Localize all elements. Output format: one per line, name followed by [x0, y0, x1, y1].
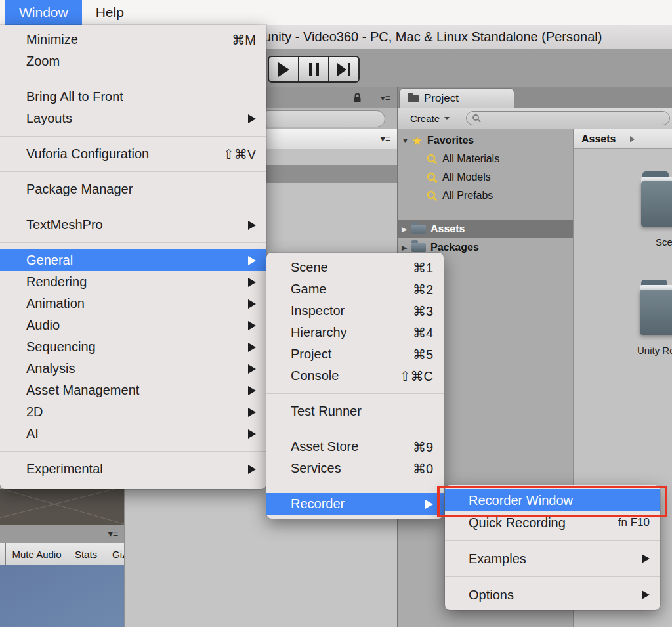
breadcrumb-label[interactable]: Assets: [581, 133, 616, 145]
play-button[interactable]: [269, 57, 298, 81]
menu-item-sequencing[interactable]: Sequencing: [0, 336, 266, 358]
menu-item-label: AI: [26, 426, 232, 441]
macos-menu-bar: Window Help: [0, 0, 672, 25]
toolbar-button-partial[interactable]: [0, 543, 5, 565]
panel-menu-icon[interactable]: ▾≡: [108, 529, 118, 538]
submenu-arrow-icon: [248, 221, 256, 230]
menu-item-analysis[interactable]: Analysis: [0, 358, 266, 379]
folder-scenes[interactable]: [641, 171, 672, 227]
menu-item-textmeshpro[interactable]: TextMeshPro: [0, 214, 266, 236]
menu-item-label: Sequencing: [26, 339, 232, 355]
menu-item-label: Analysis: [26, 361, 232, 376]
tree-item-assets[interactable]: ▶ Assets: [398, 220, 573, 238]
panel-menu-icon[interactable]: ▾≡: [381, 134, 390, 143]
menu-item-asset-store[interactable]: Asset Store⌘9: [266, 436, 444, 458]
menu-item-label: Options: [469, 588, 626, 603]
menu-item-hierarchy[interactable]: Hierarchy⌘4: [266, 322, 444, 343]
pause-icon: [309, 63, 319, 76]
menu-item-2d[interactable]: 2D: [0, 401, 266, 423]
menu-item-rendering[interactable]: Rendering: [0, 271, 266, 293]
stats-button[interactable]: Stats: [68, 543, 104, 565]
menu-item-layouts[interactable]: Layouts: [0, 108, 266, 129]
menu-item-label: TextMeshPro: [26, 217, 232, 232]
menu-item-label: Rendering: [26, 274, 232, 290]
collapse-triangle-icon[interactable]: ▼: [402, 137, 411, 144]
hierarchy-header-bar: ▾≡: [266, 129, 397, 150]
menu-item-recorder[interactable]: Recorder: [266, 493, 444, 515]
step-icon: [337, 63, 350, 76]
menu-item-label: Project: [291, 347, 397, 362]
project-tab-label: Project: [424, 92, 459, 105]
folder-icon: [411, 243, 426, 252]
menu-item-audio[interactable]: Audio: [0, 314, 266, 336]
menu-item-scene[interactable]: Scene⌘1: [266, 257, 444, 278]
expand-triangle-icon[interactable]: ▶: [402, 225, 411, 234]
menu-item-shortcut: ⌘9: [413, 439, 433, 455]
gizmos-button[interactable]: Gizmos: [104, 543, 124, 565]
menu-item-zoom[interactable]: Zoom: [0, 51, 266, 72]
menu-item-shortcut: ⌘3: [413, 303, 433, 319]
mute-audio-button[interactable]: Mute Audio: [6, 543, 68, 565]
game-view-toolbar: Mute Audio Stats Gizmos: [0, 543, 124, 565]
menu-item-shortcut: ⌘4: [413, 325, 433, 341]
submenu-arrow-icon: [248, 364, 256, 374]
game-view[interactable]: [0, 565, 124, 627]
menu-item-project[interactable]: Project⌘5: [266, 343, 444, 365]
menu-item-services[interactable]: Services⌘0: [266, 458, 444, 479]
menu-item-label: Test Runner: [291, 404, 433, 419]
menu-separator: [266, 393, 444, 394]
hierarchy-search-input[interactable]: [259, 110, 385, 127]
folder-icon: [408, 95, 419, 102]
tree-item-all-materials[interactable]: All Materials: [398, 150, 573, 168]
folder-unity-recorder[interactable]: [640, 280, 672, 335]
menu-item-vuforia-configuration[interactable]: Vuforia Configuration⇧⌘V: [0, 143, 266, 165]
tree-item-all-models[interactable]: All Models: [398, 168, 573, 186]
menu-item-label: Experimental: [26, 462, 232, 477]
menubar-item-help[interactable]: Help: [82, 0, 138, 25]
chevron-down-icon: [444, 117, 450, 120]
menu-separator: [0, 242, 266, 243]
lock-icon[interactable]: [353, 93, 362, 106]
menu-item-console[interactable]: Console⇧⌘C: [266, 365, 444, 387]
menu-item-asset-management[interactable]: Asset Management: [0, 379, 266, 401]
project-search-input[interactable]: [466, 111, 670, 125]
menu-item-shortcut: ⌘5: [413, 347, 433, 362]
menu-item-label: Zoom: [26, 54, 256, 69]
hierarchy-selected-row[interactable]: [266, 165, 397, 183]
menu-separator: [0, 79, 266, 79]
menu-item-shortcut: ⌘2: [413, 282, 433, 297]
scene-view[interactable]: [0, 489, 124, 525]
tree-item-favorites[interactable]: ▼ ★ Favorites: [398, 131, 573, 150]
menu-item-package-manager[interactable]: Package Manager: [0, 179, 266, 200]
menu-item-bring-all-to-front[interactable]: Bring All to Front: [0, 86, 266, 108]
submenu-arrow-icon: [642, 590, 650, 599]
menu-item-experimental[interactable]: Experimental: [0, 458, 266, 480]
menu-item-examples[interactable]: Examples: [445, 548, 660, 570]
menu-item-animation[interactable]: Animation: [0, 293, 266, 314]
tree-item-all-prefabs[interactable]: All Prefabs: [398, 186, 573, 205]
window-menu-dropdown: Minimize⌘MZoomBring All to FrontLayoutsV…: [0, 25, 266, 489]
menu-item-general[interactable]: General: [0, 249, 266, 271]
pause-button[interactable]: [299, 57, 328, 81]
menubar-item-window[interactable]: Window: [5, 0, 82, 25]
tree-item-label: All Prefabs: [442, 190, 493, 202]
unity-editor-screen: Window Help unity - Video360 - PC, Mac &…: [0, 0, 672, 627]
menu-item-test-runner[interactable]: Test Runner: [266, 400, 444, 422]
expand-triangle-icon[interactable]: ▶: [402, 244, 411, 252]
search-filter-icon: [427, 190, 438, 202]
menu-item-inspector[interactable]: Inspector⌘3: [266, 300, 444, 322]
menu-item-shortcut: ⇧⌘C: [400, 368, 433, 384]
menu-item-label: Recorder: [291, 496, 410, 511]
menu-separator: [0, 136, 266, 137]
menu-item-options[interactable]: Options: [445, 584, 660, 606]
menu-item-label: Asset Management: [26, 383, 232, 398]
tree-item-label: Assets: [430, 223, 465, 235]
menu-separator: [0, 451, 266, 452]
step-button[interactable]: [329, 57, 358, 81]
create-button[interactable]: Create: [404, 108, 456, 129]
menu-item-ai[interactable]: AI: [0, 423, 266, 444]
panel-menu-icon[interactable]: ▾≡: [381, 93, 390, 102]
menu-item-game[interactable]: Game⌘2: [266, 278, 444, 300]
menu-item-minimize[interactable]: Minimize⌘M: [0, 29, 266, 51]
tab-project[interactable]: Project: [399, 88, 514, 108]
